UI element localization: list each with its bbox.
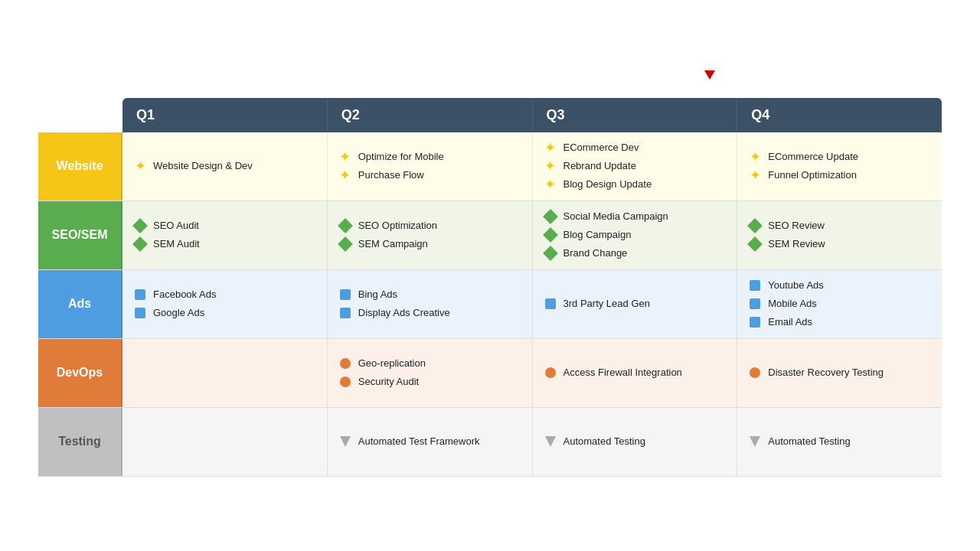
task-text: Rebrand Update [564,160,636,173]
task-item: 3rd Party Lead Gen [544,297,727,311]
cell-devops-q4: Disaster Recovery Testing [737,339,942,407]
task-item: Geo-replication [338,357,521,370]
task-item: Funnel Optimization [748,168,931,182]
circle-icon-wrap [338,375,352,389]
square-icon [750,317,760,328]
cell-devops-q3: Access Firewall Integration [533,339,738,407]
gear-icon [544,178,557,191]
quarter-label-q3: Q3 [533,98,738,132]
shield-icon [545,436,556,447]
task-text: Blog Design Update [564,178,652,191]
square-icon-wrap [338,306,352,320]
task-item: Purchase Flow [338,168,521,182]
row-testing: TestingAutomated Test FrameworkAutomated… [38,408,942,477]
diamond-icon [747,236,763,252]
task-text: Funnel Optimization [768,169,857,182]
today-arrow-icon [704,70,715,80]
diamond-icon [132,218,148,233]
task-text: SEO Optimization [358,220,437,233]
quarter-label-q1: Q1 [122,98,328,132]
task-item: Email Ads [748,315,931,329]
row-label-website: Website [38,132,122,201]
square-icon [135,289,145,300]
task-item: SEM Campaign [338,237,521,251]
gear-icon [748,168,762,182]
square-icon-wrap [133,306,147,320]
square-icon [340,308,351,318]
row-seosem: SEO/SEMSEO AuditSEM AuditSEO Optimizatio… [38,201,942,270]
square-icon-wrap [338,288,352,302]
task-item: Disaster Recovery Testing [748,366,931,380]
task-item: SEM Audit [133,237,316,251]
circle-icon-wrap [544,366,557,380]
cell-devops-q2: Geo-replicationSecurity Audit [328,339,533,407]
task-item: Google Ads [133,306,316,320]
circle-icon-wrap [338,357,352,370]
cell-testing-q2: Automated Test Framework [328,408,533,476]
task-text: Google Ads [153,307,204,320]
row-website: WebsiteWebsite Design & DevOptimize for … [38,132,942,201]
row-label-testing: Testing [38,408,122,476]
cell-website-q2: Optimize for MobilePurchase Flow [328,132,533,201]
square-icon [545,298,556,309]
task-item: Automated Testing [748,435,931,448]
cell-website-q4: ECommerce UpdateFunnel Optimization [737,132,942,201]
cell-seosem-q4: SEO ReviewSEM Review [737,201,942,269]
task-text: ECommerce Dev [564,142,639,155]
circle-icon [340,377,351,387]
cell-testing-q3: Automated Testing [533,408,738,476]
task-text: Geo-replication [358,357,426,370]
row-label-devops: DevOps [38,339,122,407]
gear-icon [133,159,147,173]
diamond-icon [543,209,558,224]
square-icon-wrap [748,315,762,329]
task-item: Optimize for Mobile [338,150,521,164]
task-text: SEM Review [768,238,825,251]
diamond-icon [747,218,763,233]
task-item: Facebook Ads [133,288,316,302]
task-text: Purchase Flow [358,169,424,182]
square-icon [750,280,760,291]
diamond-icon [338,218,353,233]
row-data-ads: Facebook AdsGoogle AdsBing AdsDisplay Ad… [122,270,942,338]
task-item: Blog Campaign [544,228,727,242]
shield-icon-wrap [748,435,762,448]
task-text: Blog Campaign [564,229,632,242]
row-label-ads: Ads [38,270,122,338]
task-item: Brand Change [544,246,727,260]
cell-seosem-q2: SEO OptimizationSEM Campaign [328,201,533,269]
square-icon-wrap [544,297,557,311]
diamond-icon-wrap [133,219,147,233]
diamond-icon [543,246,558,261]
square-icon-wrap [748,297,762,311]
today-marker [704,69,715,80]
task-text: ECommerce Update [768,151,858,164]
task-item: SEO Review [748,219,931,233]
gear-icon [544,159,557,173]
task-item: Blog Design Update [544,178,727,191]
diamond-icon-wrap [748,219,762,233]
task-text: Automated Testing [564,435,645,448]
task-item: SEO Optimization [338,219,521,233]
task-text: Display Ads Creative [358,307,450,320]
quarter-header: Q1Q2Q3Q4 [122,98,942,132]
roadmap-container: Q1Q2Q3Q4 WebsiteWebsite Design & DevOpti… [38,98,942,477]
task-text: SEM Audit [153,238,200,251]
cell-website-q3: ECommerce DevRebrand UpdateBlog Design U… [533,132,738,201]
row-data-testing: Automated Test FrameworkAutomated Testin… [122,408,942,476]
task-text: Access Firewall Integration [564,367,682,380]
cell-ads-q2: Bing AdsDisplay Ads Creative [328,270,533,338]
circle-icon [750,367,760,378]
task-item: Youtube Ads [748,279,931,292]
gear-icon [544,141,557,155]
task-text: Bing Ads [358,289,397,302]
task-text: Social Media Campaign [564,210,668,223]
gear-icon [338,168,352,182]
task-item: Bing Ads [338,288,521,302]
task-text: Security Audit [358,376,420,389]
quarter-label-q2: Q2 [328,98,533,132]
square-icon [750,298,760,309]
diamond-icon-wrap [338,219,352,233]
diamond-icon [338,236,353,252]
task-text: Automated Test Framework [358,435,480,448]
